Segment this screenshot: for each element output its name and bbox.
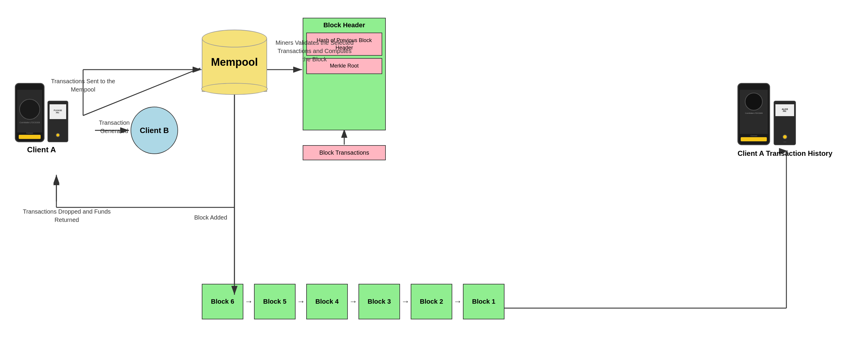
block-3: Block 3	[359, 284, 400, 319]
block-2: Block 2	[411, 284, 452, 319]
client-a-phone: CoinWallet LTDC6309 Connect	[15, 83, 44, 142]
transactions-sent-label: Transactions Sent to the Mempool	[48, 77, 119, 94]
block-1: Block 1	[463, 284, 504, 319]
miners-validates-label: Miners Validates the SelectedTransaction…	[273, 38, 356, 63]
device-screen: PLEASEPR↑	[50, 104, 66, 119]
mempool-container: Mempool	[202, 30, 267, 95]
history-device-screen: ALICEPR↑	[775, 104, 794, 116]
arrow-2-1: →	[452, 297, 463, 306]
history-phone-screen: CoinWallet LTDC6309	[740, 90, 768, 134]
cylinder-top	[202, 30, 267, 47]
history-device-small: ALICEPR↑ • • •	[774, 101, 796, 145]
phone-screen-circle	[19, 99, 40, 120]
transactions-dropped-label: Transactions Dropped and Funds Returned	[15, 207, 119, 224]
blockchain-row: Block 6 → Block 5 → Block 4 → Block 3 → …	[202, 284, 504, 319]
mempool-cylinder: Mempool	[202, 30, 267, 95]
block-header-title: Block Header	[306, 21, 382, 29]
block-5: Block 5	[254, 284, 296, 319]
device-dot	[56, 133, 60, 137]
mempool-label: Mempool	[211, 56, 258, 68]
arrow-3-2: →	[400, 297, 411, 306]
block-header-box: Block Header Hash of Previous Block Head…	[303, 18, 386, 130]
arrow-4-3: →	[348, 297, 359, 306]
diagram: Mempool Block Header Hash of Previous Bl…	[0, 0, 868, 349]
history-device-dot	[782, 135, 787, 139]
arrow-6-5: →	[243, 297, 254, 306]
history-phone-main: CoinWallet LTDC6309 Connect	[737, 83, 770, 145]
phone-yellow-bar	[19, 135, 41, 139]
history-device-dots: • • •	[784, 141, 786, 143]
history-circle	[745, 93, 763, 110]
block-4: Block 4	[306, 284, 348, 319]
block-transactions-box: Block Transactions	[303, 145, 386, 160]
cylinder-bottom	[201, 83, 268, 95]
client-a-history-group: CoinWallet LTDC6309 Connect ALICEPR↑ • •…	[737, 83, 832, 158]
block-added-label: Block Added	[184, 213, 238, 221]
transaction-generated-label: TransactionGenerated	[92, 118, 136, 135]
phone-body: CoinWallet LTDC6309 Connect	[15, 83, 44, 142]
phone-screen: CoinWallet LTDC6309	[17, 90, 42, 132]
history-yellow-bar	[741, 137, 767, 141]
block-6: Block 6	[202, 284, 243, 319]
client-a-device: PLEASEPR↑	[48, 101, 68, 142]
client-a-group: CoinWallet LTDC6309 Connect PLEASEPR↑ Cl…	[15, 83, 68, 154]
history-connect-text: Connect	[750, 135, 757, 137]
phone-connect-text: Connect	[26, 132, 33, 134]
arrow-5-4: →	[296, 297, 306, 306]
client-b-circle: Client B	[131, 107, 178, 154]
client-a-label: Client A	[15, 145, 68, 154]
client-history-label: Client A Transaction History	[737, 149, 832, 158]
